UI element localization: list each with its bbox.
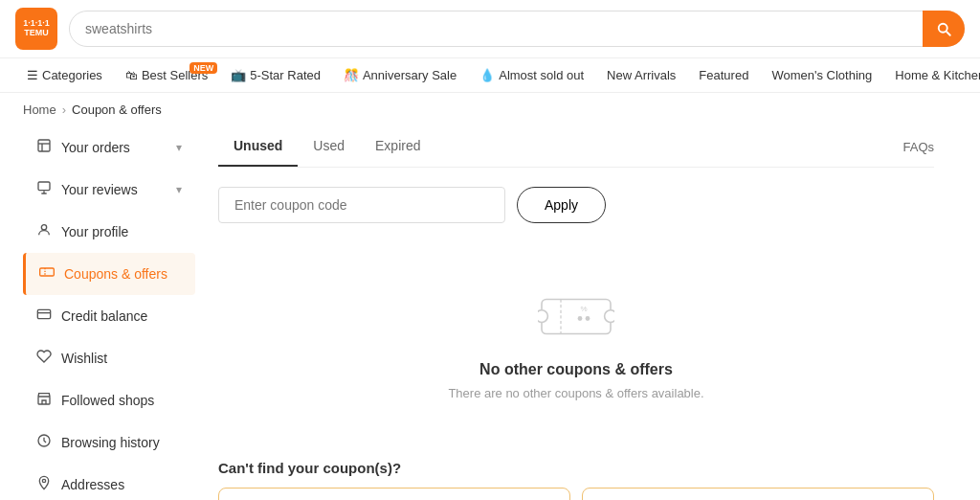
empty-state: % No other coupons & offers There are no… — [218, 261, 934, 429]
sidebar-label-browsing-history: Browsing history — [61, 435, 160, 450]
coupon-input-row: Apply — [218, 187, 934, 223]
search-input[interactable]: sweatshirts — [69, 11, 965, 47]
sidebar-item-credit-balance[interactable]: Credit balance — [23, 295, 195, 337]
sidebar-label-your-reviews: Your reviews — [61, 182, 138, 197]
cant-find-title: Can't find your coupon(s)? — [218, 460, 934, 476]
sidebar-label-your-orders: Your orders — [61, 140, 130, 155]
faqs-button[interactable]: FAQs — [902, 140, 934, 154]
tab-unused[interactable]: Unused — [218, 126, 298, 167]
nav-item-home-kitchen[interactable]: Home & Kitchen — [883, 58, 980, 92]
svg-point-11 — [42, 479, 45, 482]
sidebar-item-your-orders[interactable]: Your orders ▾ — [23, 126, 195, 169]
svg-rect-15 — [542, 300, 611, 334]
apply-button[interactable]: Apply — [517, 187, 606, 223]
search-button[interactable] — [923, 11, 965, 47]
self-service-find-coupon-card[interactable]: Self-service to find coupon(s) › — [582, 488, 934, 500]
sidebar-label-coupons: Coupons & offers — [64, 266, 167, 282]
sidebar: Your orders ▾ Your reviews ▾ Your profil… — [23, 126, 195, 500]
orders-icon — [36, 138, 52, 157]
breadcrumb-home[interactable]: Home — [23, 102, 56, 117]
svg-text:%: % — [580, 305, 587, 313]
coupons-icon — [39, 264, 55, 284]
nav-label-anniversary: Anniversary Sale — [363, 68, 457, 82]
sidebar-item-your-profile[interactable]: Your profile — [23, 211, 195, 253]
logo-text: 1·1·1·1TEMU — [23, 19, 50, 38]
coupon-tabs: Unused Used Expired FAQs — [218, 126, 934, 168]
history-icon — [36, 433, 52, 452]
svg-rect-0 — [38, 140, 50, 151]
svg-rect-7 — [37, 309, 50, 318]
anniversary-icon: 🎊 — [344, 68, 359, 82]
shops-icon — [36, 391, 52, 410]
main-layout: Your orders ▾ Your reviews ▾ Your profil… — [0, 126, 980, 500]
search-icon — [935, 20, 952, 37]
breadcrumb-current: Coupon & offers — [72, 102, 162, 117]
new-badge: NEW — [189, 62, 217, 74]
nav-label-categories: Categories — [42, 68, 102, 82]
sidebar-label-followed-shops: Followed shops — [61, 393, 154, 408]
logo[interactable]: 1·1·1·1TEMU — [15, 8, 57, 50]
signin-another-account-card[interactable]: Try signing in with another account G f … — [218, 488, 570, 500]
nav-label-new-arrivals: New Arrivals — [607, 68, 676, 82]
sidebar-item-wishlist[interactable]: Wishlist — [23, 337, 195, 379]
sidebar-item-followed-shops[interactable]: Followed shops — [23, 379, 195, 421]
nav-item-new-arrivals[interactable]: New Arrivals — [595, 58, 687, 92]
bag-icon: 🛍 — [125, 68, 138, 82]
chevron-icon: ▾ — [176, 141, 182, 154]
tab-used[interactable]: Used — [298, 126, 360, 167]
sidebar-label-your-profile: Your profile — [61, 224, 128, 239]
svg-point-21 — [586, 316, 590, 321]
sidebar-item-your-reviews[interactable]: Your reviews ▾ — [23, 169, 195, 211]
nav-item-featured[interactable]: Featured — [687, 58, 760, 92]
nav-label-5star: 5-Star Rated — [250, 68, 321, 82]
nav-label-home-kitchen: Home & Kitchen — [895, 68, 980, 82]
hamburger-icon: ☰ — [27, 68, 38, 82]
reviews-icon — [36, 180, 52, 199]
navbar: ☰ Categories 🛍 Best Sellers NEW 📺 5-Star… — [0, 58, 980, 93]
nav-item-almost-sold[interactable]: 💧 Almost sold out — [468, 58, 595, 92]
coupon-code-input[interactable] — [218, 187, 505, 223]
cant-find-cards: Try signing in with another account G f … — [218, 488, 934, 500]
svg-point-17 — [605, 310, 614, 323]
tab-expired[interactable]: Expired — [360, 126, 435, 167]
search-wrapper: sweatshirts — [69, 11, 965, 47]
nav-label-featured: Featured — [699, 68, 748, 82]
sidebar-item-addresses[interactable]: Addresses — [23, 464, 195, 500]
header: 1·1·1·1TEMU sweatshirts — [0, 0, 980, 58]
chevron-icon-reviews: ▾ — [176, 183, 182, 196]
breadcrumb: Home › Coupon & offers — [0, 93, 980, 126]
breadcrumb-separator: › — [62, 102, 66, 117]
tv-icon: 📺 — [231, 68, 246, 82]
nav-label-womens: Women's Clothing — [771, 68, 872, 82]
svg-point-20 — [578, 316, 583, 321]
cant-find-section: Can't find your coupon(s)? Try signing i… — [218, 460, 934, 500]
nav-label-almost-sold: Almost sold out — [499, 68, 584, 82]
svg-point-16 — [538, 310, 547, 323]
drop-icon: 💧 — [479, 68, 495, 82]
coupon-empty-icon: % — [538, 290, 614, 346]
empty-state-subtitle: There are no other coupons & offers avai… — [448, 386, 703, 400]
addresses-icon — [36, 475, 52, 494]
sidebar-label-wishlist: Wishlist — [61, 351, 107, 366]
nav-item-anniversary[interactable]: 🎊 Anniversary Sale — [332, 58, 468, 92]
sidebar-item-browsing-history[interactable]: Browsing history — [23, 421, 195, 464]
sidebar-item-coupons-offers[interactable]: Coupons & offers — [23, 253, 195, 295]
svg-rect-3 — [38, 182, 50, 191]
svg-point-4 — [41, 225, 46, 230]
empty-state-title: No other coupons & offers — [479, 361, 673, 378]
wishlist-icon — [36, 349, 52, 368]
content-area: Unused Used Expired FAQs Apply % — [195, 126, 957, 500]
nav-item-5star[interactable]: 📺 5-Star Rated — [219, 58, 332, 92]
svg-rect-5 — [40, 268, 55, 276]
credit-icon — [36, 307, 52, 326]
nav-item-best-sellers[interactable]: 🛍 Best Sellers NEW — [114, 58, 219, 92]
nav-item-categories[interactable]: ☰ Categories — [15, 58, 114, 92]
sidebar-label-addresses: Addresses — [61, 477, 124, 492]
profile-icon — [36, 222, 52, 241]
sidebar-label-credit-balance: Credit balance — [61, 308, 147, 324]
nav-item-womens[interactable]: Women's Clothing — [760, 58, 883, 92]
